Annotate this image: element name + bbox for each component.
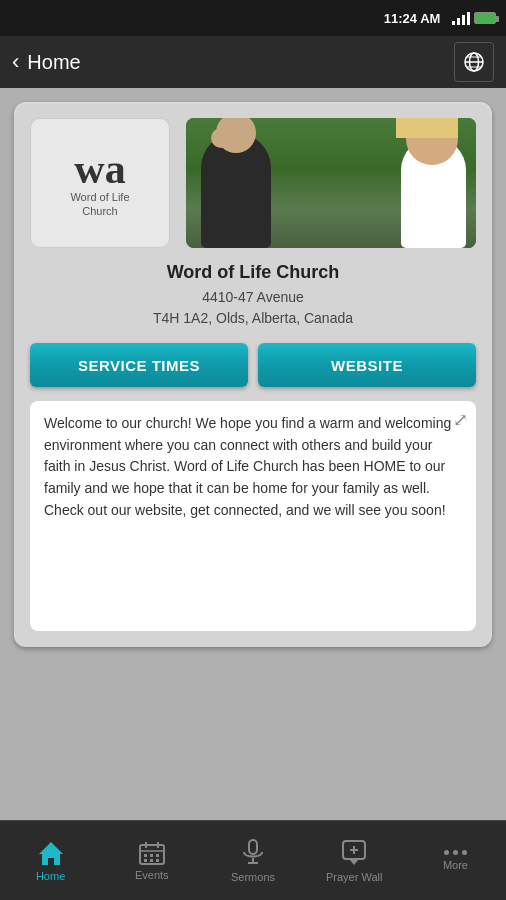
description-text: Welcome to our church! We hope you find … [44,413,462,521]
people-silhouette [186,118,476,248]
expand-icon[interactable]: ⤢ [453,409,468,431]
svg-rect-11 [150,854,153,857]
more-label: More [443,859,468,871]
home-icon [37,840,65,866]
svg-rect-12 [156,854,159,857]
church-photo [186,118,476,248]
globe-icon[interactable] [454,42,494,82]
main-content: wa Word of LifeChurch Word of Life Churc… [0,88,506,820]
status-bar: 11:24 AM [0,0,506,36]
church-info: Word of Life Church 4410-47 Avenue T4H 1… [30,262,476,329]
status-time: 11:24 AM [384,11,441,26]
action-buttons: SERVICE TIMES WEBSITE [30,343,476,387]
prayer-wall-icon [341,839,367,867]
events-icon [139,841,165,865]
website-button[interactable]: WEBSITE [258,343,476,387]
nav-item-sermons[interactable]: Sermons [202,821,303,900]
events-label: Events [135,869,169,881]
nav-item-prayer-wall[interactable]: Prayer Wall [304,821,405,900]
signal-bars [452,11,470,25]
bottom-nav: Home Events [0,820,506,900]
sermons-icon [242,839,264,867]
home-label: Home [36,870,65,882]
church-address-line1: 4410-47 Avenue [30,287,476,308]
svg-marker-5 [39,842,63,865]
nav-left: ‹ Home [12,49,81,75]
logo-text: Word of LifeChurch [70,190,129,219]
church-logo: wa Word of LifeChurch [30,118,170,248]
church-card: wa Word of LifeChurch Word of Life Churc… [14,102,492,647]
status-icons: 11:24 AM [384,11,496,26]
svg-marker-22 [349,859,359,865]
service-times-button[interactable]: SERVICE TIMES [30,343,248,387]
church-name: Word of Life Church [30,262,476,283]
logo-wa: wa [74,148,125,190]
more-icon [444,850,467,855]
svg-rect-13 [144,859,147,862]
person-male [201,133,271,248]
description-box: ⤢ Welcome to our church! We hope you fin… [30,401,476,631]
nav-item-more[interactable]: More [405,821,506,900]
svg-rect-10 [144,854,147,857]
svg-rect-15 [156,859,159,862]
back-icon[interactable]: ‹ [12,49,19,75]
svg-rect-14 [150,859,153,862]
nav-item-events[interactable]: Events [101,821,202,900]
church-header: wa Word of LifeChurch [30,118,476,248]
church-address-line2: T4H 1A2, Olds, Alberta, Canada [30,308,476,329]
prayer-wall-label: Prayer Wall [326,871,382,883]
nav-item-home[interactable]: Home [0,821,101,900]
person-female [401,138,466,248]
battery-icon [474,12,496,24]
nav-bar: ‹ Home [0,36,506,88]
sermons-label: Sermons [231,871,275,883]
page-title: Home [27,51,80,74]
svg-rect-16 [249,840,257,854]
